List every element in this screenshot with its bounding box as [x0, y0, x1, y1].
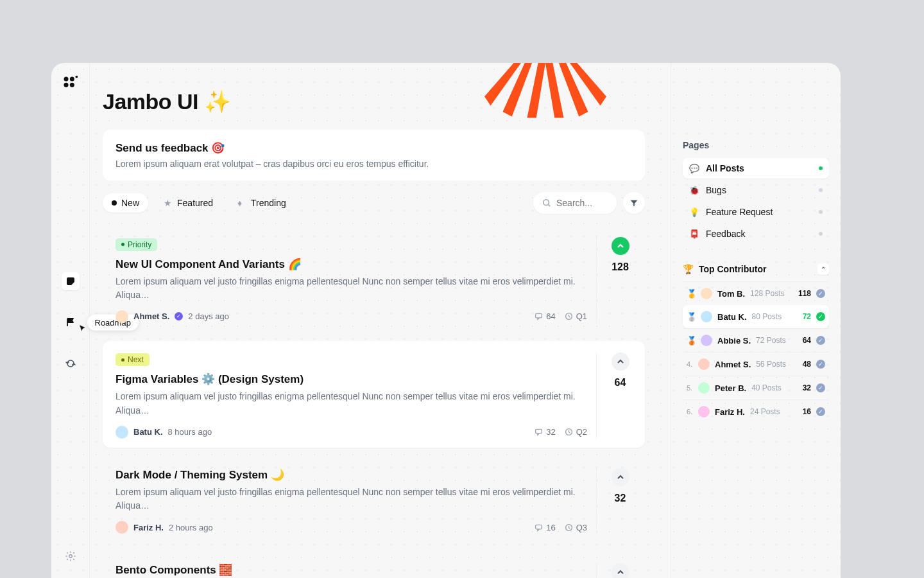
status-dot-icon [819, 188, 823, 192]
contributor-row[interactable]: 🥇 Tom B. 128 Posts 118 ✓ [683, 281, 829, 305]
contributor-row[interactable]: 4. Ahmet S. 56 Posts 48 ✓ [683, 352, 829, 376]
chevron-up-icon [617, 358, 624, 365]
vote-column: 32 [596, 468, 632, 534]
contributor-name: Batu K. [717, 312, 747, 322]
nav-icon-group: Roadmap [62, 272, 80, 372]
nav-roadmap[interactable]: Roadmap [62, 313, 80, 331]
main-area: Jambo UI ✨ Send us feedback 🎯 Lorem ipsu… [90, 63, 841, 578]
silver-medal-icon: 🥈 [687, 312, 696, 322]
svg-point-7 [543, 200, 549, 206]
tab-new[interactable]: New [103, 193, 148, 213]
contributor-row[interactable]: 🥉 Abbie S. 72 Posts 64 ✓ [683, 328, 829, 352]
contributor-posts: 128 Posts [750, 289, 784, 298]
contributor-posts: 80 Posts [752, 312, 782, 321]
post-desc: Lorem ipsum aliquam vel justo fringillas… [116, 275, 587, 302]
page-label: Feature Request [706, 207, 773, 217]
post-meta: Batu K. 8 hours ago 32 Q2 [116, 426, 587, 439]
nav-posts[interactable] [62, 272, 80, 290]
post-tag: Next [116, 353, 150, 366]
avatar [701, 335, 712, 346]
page-item-bugs[interactable]: 🐞 Bugs [683, 180, 829, 200]
gear-icon [65, 550, 76, 562]
chevron-up-icon [617, 473, 624, 481]
clock-icon [565, 523, 573, 532]
bronze-medal-icon: 🥉 [687, 336, 696, 346]
svg-rect-10 [536, 430, 542, 434]
post-title: Dark Mode / Theming System 🌙 [116, 468, 587, 482]
feedback-card[interactable]: Send us feedback 🎯 Lorem ipsum aliquam e… [103, 130, 645, 180]
right-sidebar: Pages 💬 All Posts 🐞 Bugs 💡 Feature Reque… [671, 63, 841, 578]
nav-changelog[interactable] [62, 355, 80, 372]
contributor-score: 64 [803, 336, 811, 345]
mailbox-icon: 📮 [689, 229, 699, 239]
page-label: Bugs [706, 185, 726, 195]
verified-badge-icon: ✓ [175, 312, 183, 320]
nav-rail: Roadmap [51, 63, 90, 578]
tab-label: Trending [251, 198, 286, 208]
comment-count: 16 [535, 523, 555, 532]
author-avatar [116, 310, 128, 323]
post-card[interactable]: Priority New UI Component And Variants 🌈… [103, 225, 645, 332]
search-input[interactable] [556, 198, 608, 208]
check-badge-icon: ✓ [816, 312, 825, 321]
post-desc: Lorem ipsum aliquam vel justo fringillas… [116, 390, 587, 417]
post-desc: Lorem ipsum aliquam vel justo fringillas… [116, 486, 587, 513]
page-item-feature-request[interactable]: 💡 Feature Request [683, 202, 829, 222]
svg-point-2 [64, 83, 68, 87]
upvote-button[interactable] [612, 468, 629, 486]
search-input-wrap[interactable] [533, 192, 617, 214]
post-list: Priority New UI Component And Variants 🌈… [103, 225, 645, 578]
clock-icon [565, 312, 573, 320]
svg-rect-8 [536, 314, 542, 319]
page-title: Jambo UI ✨ [103, 89, 645, 114]
page-item-feedback[interactable]: 📮 Feedback [683, 223, 829, 244]
page-label: All Posts [706, 163, 744, 173]
post-time: 2 days ago [188, 311, 229, 321]
upvote-button[interactable] [612, 353, 629, 371]
comment-icon [535, 312, 543, 320]
sync-icon [65, 358, 76, 369]
svg-point-4 [75, 76, 78, 78]
vote-count: 128 [612, 261, 629, 273]
nav-settings[interactable] [62, 547, 80, 565]
filter-button[interactable] [623, 192, 645, 214]
post-card[interactable]: Bento Components 🧱 Lorem ipsum aliquam v… [103, 552, 645, 578]
vote-column: 64 [596, 353, 632, 439]
page-item-all-posts[interactable]: 💬 All Posts [683, 158, 829, 179]
check-badge-icon: ✓ [816, 360, 825, 369]
dot-icon [112, 200, 117, 206]
status-dot-icon [819, 232, 823, 236]
contributor-posts: 24 Posts [750, 407, 780, 416]
contributor-score: 118 [798, 289, 811, 298]
avatar [698, 406, 710, 417]
tab-trending[interactable]: ♦ Trending [228, 193, 295, 213]
app-window: Roadmap [51, 63, 841, 578]
contributor-score: 48 [803, 360, 811, 369]
avatar [698, 358, 710, 370]
contributor-row[interactable]: 6. Fariz H. 24 Posts 16 ✓ [683, 399, 829, 423]
chevron-up-icon[interactable]: ⌃ [817, 263, 829, 275]
post-card[interactable]: Dark Mode / Theming System 🌙 Lorem ipsum… [103, 457, 645, 543]
contributor-row[interactable]: 5. Peter B. 40 Posts 32 ✓ [683, 376, 829, 399]
contributor-name: Ahmet S. [715, 360, 751, 369]
flame-icon: ♦ [237, 198, 246, 207]
contributors-header[interactable]: 🏆 Top Contributor ⌃ [683, 263, 829, 275]
post-title: New UI Component And Variants 🌈 [116, 258, 587, 271]
upvote-button[interactable] [612, 237, 629, 255]
flag-icon [65, 317, 76, 328]
page-label: Feedback [706, 229, 745, 239]
svg-point-3 [69, 83, 74, 87]
search-icon [542, 198, 551, 207]
tab-featured[interactable]: ★ Featured [155, 193, 222, 213]
star-icon: ★ [164, 198, 173, 207]
funnel-icon [629, 198, 638, 207]
tab-label: Featured [177, 198, 213, 208]
app-logo-icon [62, 74, 80, 92]
post-card[interactable]: Next Figma Variables ⚙️ (Design System) … [103, 341, 645, 448]
upvote-button[interactable] [612, 563, 629, 578]
contributor-row-me[interactable]: 🥈 Batu K. 80 Posts 72 ✓ [683, 305, 829, 328]
contributors-list: 🥇 Tom B. 128 Posts 118 ✓ 🥈 Batu K. 80 Po… [683, 281, 829, 423]
quarter-tag: Q3 [565, 523, 587, 532]
chat-icon: 💬 [689, 164, 699, 173]
comment-icon [535, 523, 543, 532]
